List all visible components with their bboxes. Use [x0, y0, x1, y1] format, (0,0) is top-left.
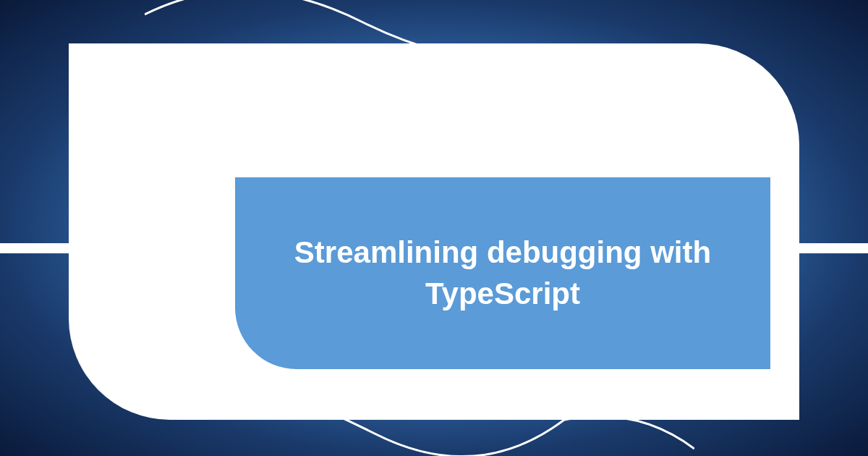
banner-canvas: Streamlining debugging with TypeScript — [0, 0, 868, 456]
banner-title: Streamlining debugging with TypeScript — [278, 232, 727, 314]
outer-white-frame: Streamlining debugging with TypeScript — [69, 43, 799, 420]
inner-blue-panel: Streamlining debugging with TypeScript — [235, 177, 770, 369]
